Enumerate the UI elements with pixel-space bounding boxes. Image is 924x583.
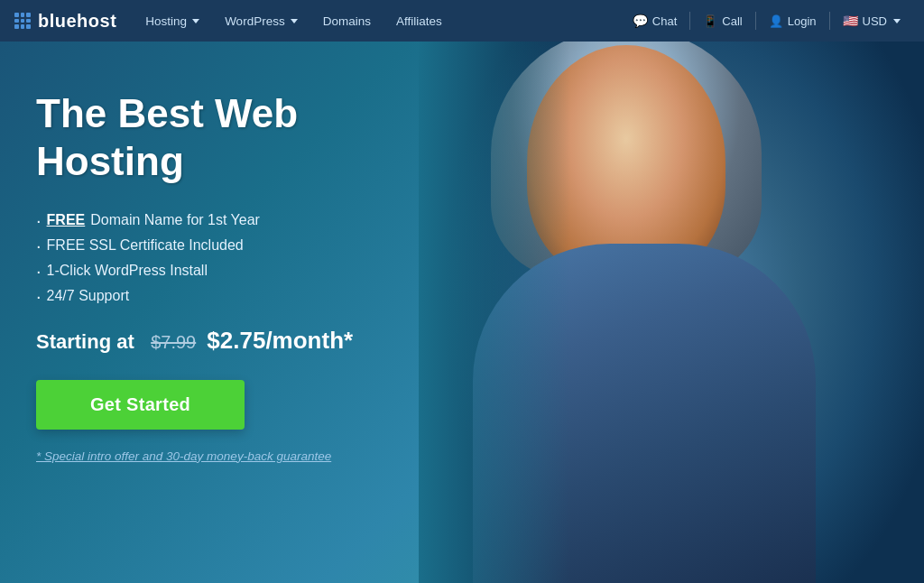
logo-text: bluehost: [38, 11, 116, 32]
price-new: $2.75/month*: [207, 327, 353, 354]
feature-item-1: FREE Domain Name for 1st Year: [36, 211, 433, 229]
hero-person-image: [419, 0, 924, 583]
nav-call[interactable]: Call: [694, 0, 751, 42]
flag-icon: [843, 14, 858, 28]
price-old: $7.99: [151, 332, 196, 352]
nav-divider: [689, 12, 690, 30]
chevron-down-icon: [291, 19, 298, 23]
hero-title: The Best Web Hosting: [36, 90, 433, 186]
nav-right: Chat Call Login USD: [624, 0, 910, 42]
feature-1-text: Domain Name for 1st Year: [90, 212, 260, 228]
hero-features-list: FREE Domain Name for 1st Year FREE SSL C…: [36, 211, 433, 305]
hero-section: The Best Web Hosting FREE Domain Name fo…: [0, 0, 924, 583]
nav-chat[interactable]: Chat: [624, 0, 686, 42]
main-nav: bluehost Hosting WordPress Domains Affil…: [0, 0, 924, 42]
feature-item-4: 24/7 Support: [36, 287, 433, 305]
nav-links: Hosting WordPress Domains Affiliates: [134, 0, 624, 42]
nav-item-affiliates[interactable]: Affiliates: [385, 0, 453, 42]
pricing-label: Starting at: [36, 330, 134, 353]
nav-item-hosting[interactable]: Hosting: [134, 0, 210, 42]
nav-divider-2: [755, 12, 756, 30]
nav-item-domains[interactable]: Domains: [312, 0, 382, 42]
feature-free-label: FREE: [47, 212, 86, 228]
logo[interactable]: bluehost: [14, 11, 116, 32]
feature-item-3: 1-Click WordPress Install: [36, 262, 433, 280]
hero-pricing: Starting at $7.99 $2.75/month*: [36, 327, 433, 355]
nav-login[interactable]: Login: [760, 0, 826, 42]
nav-item-wordpress[interactable]: WordPress: [214, 0, 309, 42]
chat-icon: [633, 14, 648, 28]
feature-item-2: FREE SSL Certificate Included: [36, 236, 433, 254]
chevron-down-icon: [192, 19, 199, 23]
user-icon: [769, 14, 783, 28]
get-started-button[interactable]: Get Started: [36, 380, 245, 430]
hero-content: The Best Web Hosting FREE Domain Name fo…: [0, 90, 469, 463]
logo-grid-icon: [14, 13, 31, 29]
chevron-down-icon: [893, 19, 901, 23]
nav-currency[interactable]: USD: [834, 0, 910, 42]
nav-divider-3: [829, 12, 830, 30]
hero-disclaimer[interactable]: * Special intro offer and 30-day money-b…: [36, 449, 433, 463]
call-icon: [703, 14, 717, 28]
